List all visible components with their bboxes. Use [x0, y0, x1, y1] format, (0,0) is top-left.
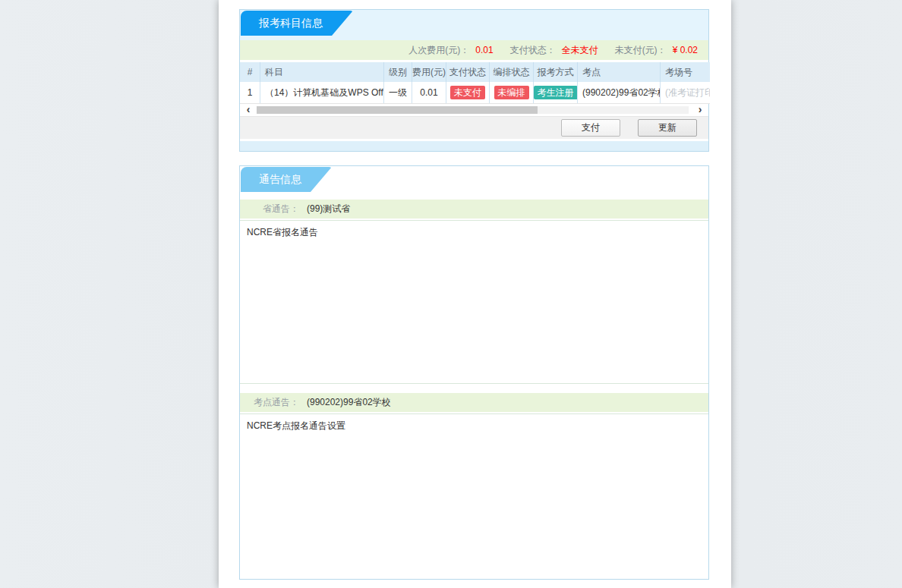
- table-row: 1 （14）计算机基础及WPS Office应用 一级 0.01 未支付 未编排…: [240, 82, 710, 104]
- province-notice-label: 省通告：: [240, 203, 299, 215]
- col-register-mode: 报考方式: [534, 62, 578, 82]
- col-arrange-status: 编排状态: [490, 62, 534, 82]
- fee-label: 人次费用(元)：: [408, 44, 469, 57]
- row-pay-status-cell: 未支付: [446, 82, 490, 103]
- subject-panel-header: 报考科目信息: [240, 10, 708, 40]
- unpaid-label: 未支付(元)：: [615, 44, 667, 57]
- arrange-status-badge: 未编排: [494, 86, 529, 99]
- col-site: 考点: [578, 62, 661, 82]
- page-sheet: 报考科目信息 人次费用(元)： 0.01 支付状态： 全未支付 未支付(元)： …: [219, 0, 731, 588]
- scrollbar-thumb[interactable]: [257, 106, 538, 114]
- unpaid-value: ¥ 0.02: [673, 45, 698, 55]
- pay-status-value: 全未支付: [562, 44, 598, 57]
- scroll-right-icon[interactable]: ›: [695, 104, 705, 116]
- col-index: #: [240, 62, 260, 82]
- site-notice-bar: 考点通告： (990202)99省02学校: [240, 393, 708, 412]
- col-level: 级别: [384, 62, 412, 82]
- site-notice-content: NCRE考点报名通告设置: [240, 413, 708, 579]
- subject-info-panel: 报考科目信息 人次费用(元)： 0.01 支付状态： 全未支付 未支付(元)： …: [239, 9, 709, 152]
- subject-table: # 科目 级别 费用(元) 支付状态 编排状态 报考方式 考点 考场号 1 （1…: [240, 62, 708, 104]
- site-notice-label: 考点通告：: [240, 396, 299, 409]
- col-fee: 费用(元): [412, 62, 446, 82]
- pay-status-label: 支付状态：: [510, 44, 556, 57]
- scrollbar-track[interactable]: [257, 106, 689, 114]
- pay-status-badge: 未支付: [450, 86, 485, 99]
- row-site: (990202)99省02学校: [578, 82, 661, 103]
- row-index: 1: [240, 82, 260, 103]
- site-notice-value: (990202)99省02学校: [307, 396, 391, 409]
- row-register-mode-cell: 考生注册: [534, 82, 578, 103]
- fee-value: 0.01: [475, 45, 493, 55]
- province-notice-content: NCRE省报名通告: [240, 220, 708, 384]
- row-arrange-status-cell: 未编排: [490, 82, 534, 103]
- row-level: 一级: [384, 82, 412, 103]
- notice-panel-header: 通告信息: [240, 166, 708, 195]
- province-notice-value: (99)测试省: [307, 203, 350, 215]
- row-subject: （14）计算机基础及WPS Office应用: [260, 82, 384, 103]
- col-pay-status: 支付状态: [446, 62, 490, 82]
- notice-panel-title: 通告信息: [259, 173, 301, 185]
- subject-panel-title: 报考科目信息: [259, 17, 323, 29]
- row-room: (准考证打印: [661, 82, 710, 103]
- col-room: 考场号: [661, 62, 710, 82]
- subject-table-header: # 科目 级别 费用(元) 支付状态 编排状态 报考方式 考点 考场号: [240, 62, 710, 82]
- action-button-bar: 支付 更新: [240, 116, 708, 139]
- province-notice-bar: 省通告： (99)测试省: [240, 200, 708, 219]
- subject-panel-footer-strip: [240, 141, 708, 151]
- col-subject: 科目: [260, 62, 384, 82]
- subject-panel-title-tab: 报考科目信息: [241, 11, 353, 36]
- scroll-left-icon[interactable]: ‹: [243, 104, 254, 116]
- notice-info-panel: 通告信息 省通告： (99)测试省 NCRE省报名通告 考点通告： (99020…: [239, 165, 709, 580]
- register-mode-badge: 考生注册: [534, 86, 578, 99]
- notice-panel-title-tab: 通告信息: [241, 167, 332, 192]
- update-button[interactable]: 更新: [638, 119, 697, 137]
- pay-button[interactable]: 支付: [561, 119, 620, 137]
- fee-summary-bar: 人次费用(元)： 0.01 支付状态： 全未支付 未支付(元)： ¥ 0.02: [240, 40, 708, 60]
- row-fee: 0.01: [412, 82, 446, 103]
- horizontal-scrollbar[interactable]: ‹ ›: [240, 104, 708, 116]
